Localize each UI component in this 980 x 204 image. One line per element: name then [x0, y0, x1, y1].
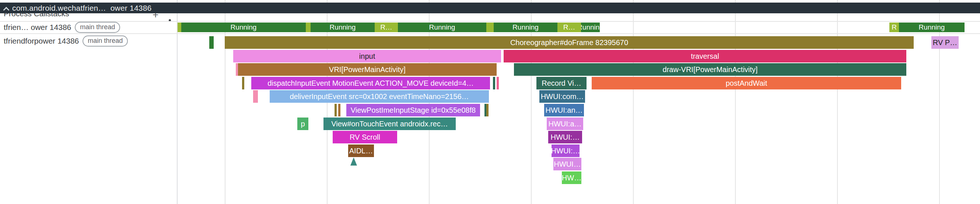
- row-separator: [0, 33, 980, 34]
- process-group-header[interactable]: com.android.wechatfrien… ower 14386: [0, 3, 980, 13]
- trace-slice[interactable]: draw-VRI[PowerMainActivity]: [514, 63, 906, 76]
- trace-slice[interactable]: Running: [494, 22, 557, 32]
- add-icon[interactable]: +: [153, 13, 158, 21]
- trace-slice-sliver[interactable]: [178, 22, 181, 32]
- trace-slice-sliver[interactable]: [486, 104, 488, 116]
- trace-slice-sliver[interactable]: [242, 77, 244, 90]
- trace-slice[interactable]: Running: [181, 22, 306, 32]
- main-thread-badge: main thread: [75, 22, 120, 33]
- trace-slice-sliver[interactable]: [334, 104, 337, 116]
- collapse-chevron-icon[interactable]: [4, 6, 8, 11]
- trace-slice[interactable]: Running: [899, 22, 964, 32]
- gridline: [633, 0, 634, 204]
- trace-slice-sliver[interactable]: [496, 77, 499, 90]
- trace-slice[interactable]: Record Vi…: [536, 77, 587, 90]
- trace-slice[interactable]: Running: [310, 22, 375, 32]
- trace-slice[interactable]: RV P…: [931, 36, 959, 49]
- trace-slice[interactable]: VRI[PowerMainActivity]: [238, 63, 496, 76]
- trace-slice[interactable]: R…: [375, 22, 398, 32]
- gridline: [735, 0, 736, 204]
- main-thread-track-name: tfriendforpower 14386: [4, 37, 79, 45]
- row-separator: [0, 21, 980, 22]
- process-callstacks-row[interactable]: Process Callstacks +: [0, 13, 177, 21]
- trace-slice-sliver[interactable]: [493, 77, 495, 90]
- trace-slice[interactable]: Choreographer#doFrame 82395670: [225, 36, 914, 49]
- trace-slice[interactable]: HWUI:com…: [539, 90, 585, 103]
- trace-slice[interactable]: View#onTouchEvent androidx.rec…: [323, 117, 456, 130]
- trace-slice-sliver[interactable]: [209, 36, 214, 49]
- trace-slice-sliver[interactable]: [253, 90, 258, 103]
- trace-slice[interactable]: Running: [581, 22, 600, 32]
- trace-slice[interactable]: postAndWait: [592, 77, 901, 90]
- thread-state-track-shell[interactable]: tfrien… ower 14386 main thread: [4, 22, 120, 33]
- trace-slice[interactable]: R: [889, 22, 899, 32]
- trace-slice[interactable]: HWUI:…: [552, 145, 579, 157]
- trace-slice[interactable]: AIDL…: [348, 145, 374, 157]
- trace-slice[interactable]: HW…: [562, 172, 581, 184]
- more-options-icon[interactable]: [169, 19, 171, 21]
- gridline: [837, 0, 838, 204]
- trace-slice[interactable]: ViewPostImeInputStage id=0x55e08f8: [346, 104, 480, 116]
- trace-slice[interactable]: RV Scroll: [332, 131, 397, 143]
- trace-slice[interactable]: HWUI:an…: [544, 104, 584, 116]
- selection-arrow-marker[interactable]: [350, 157, 357, 165]
- trace-slice[interactable]: HWUI…: [554, 158, 581, 170]
- trace-slice[interactable]: input: [233, 50, 501, 63]
- trace-slice[interactable]: p: [298, 117, 309, 130]
- trace-slice[interactable]: HWUI:a…: [547, 117, 583, 130]
- trace-slice-sliver[interactable]: [306, 22, 310, 32]
- thread-state-track-name: tfrien… ower 14386: [4, 23, 71, 32]
- main-thread-track-shell[interactable]: tfriendforpower 14386 main thread: [4, 35, 128, 47]
- trace-slice-sliver[interactable]: [486, 22, 494, 32]
- process-group-title: com.android.wechatfrien… ower 14386: [12, 4, 151, 13]
- trace-slice[interactable]: Running: [398, 22, 486, 32]
- trace-slice[interactable]: dispatchInputEvent MotionEvent ACTION_MO…: [251, 77, 490, 90]
- trace-slice[interactable]: HWUI:…: [548, 131, 582, 143]
- trace-slice[interactable]: R…: [557, 22, 581, 32]
- perfetto-trace-viewer: com.android.wechatfrien… ower 14386 Proc…: [0, 0, 980, 204]
- process-callstacks-label: Process Callstacks: [4, 13, 69, 18]
- trace-slice[interactable]: traversal: [504, 50, 906, 63]
- trace-slice[interactable]: deliverInputEvent src=0x1002 eventTimeNa…: [270, 90, 489, 103]
- main-thread-badge: main thread: [83, 35, 128, 47]
- trace-slice-sliver[interactable]: [338, 104, 340, 116]
